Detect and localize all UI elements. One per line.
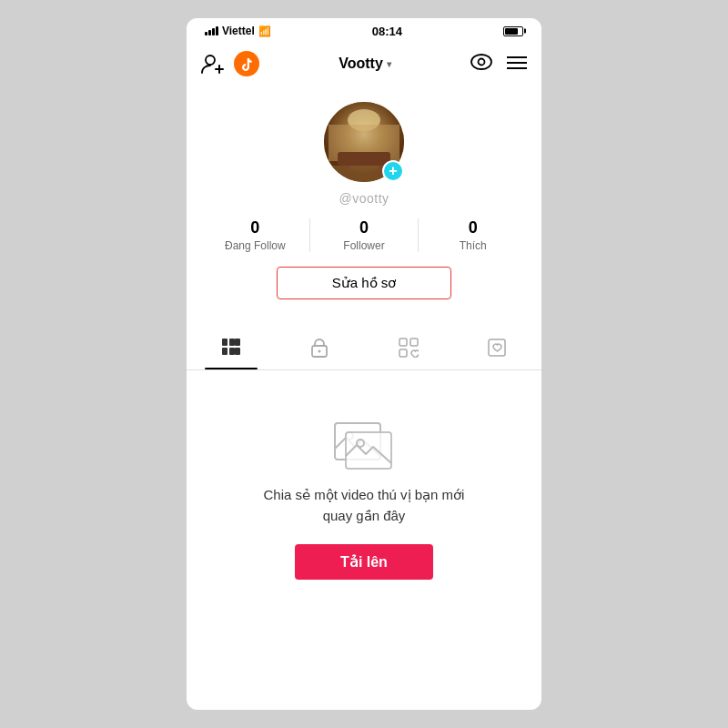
tab-locked[interactable] (276, 329, 365, 369)
tabs-row (187, 329, 541, 370)
status-time: 08:14 (372, 25, 402, 38)
profile-section: + @vootty 0 Đang Follow 0 Follower 0 Thí… (187, 84, 541, 314)
signal-bars (205, 26, 218, 35)
status-right (503, 26, 523, 36)
battery-icon (503, 26, 523, 36)
profile-username: @vootty (339, 191, 389, 206)
tiktok-logo[interactable] (234, 51, 259, 76)
svg-point-22 (318, 350, 321, 353)
svg-rect-11 (338, 152, 390, 166)
add-user-button[interactable] (201, 53, 225, 75)
followers-label: Follower (343, 239, 384, 252)
svg-rect-17 (235, 339, 240, 346)
svg-point-4 (479, 59, 485, 66)
liked-icon (399, 338, 419, 362)
svg-rect-20 (235, 348, 240, 355)
svg-point-0 (206, 56, 215, 65)
lock-icon (310, 338, 329, 362)
signal-bar-2 (208, 30, 211, 35)
nav-left (201, 51, 259, 76)
svg-rect-19 (229, 348, 235, 355)
followers-count: 0 (359, 218, 369, 238)
svg-rect-15 (222, 339, 228, 346)
grid-icon (221, 338, 241, 362)
signal-bar-3 (212, 28, 215, 35)
battery-fill (505, 28, 518, 35)
heart-icon (487, 338, 507, 362)
empty-message: Chia sẻ một video thú vị bạn mớiquay gần… (264, 485, 465, 526)
following-count: 0 (250, 218, 259, 238)
status-bar: Viettel 📶 08:14 (187, 18, 541, 44)
add-avatar-button[interactable]: + (382, 160, 404, 182)
nav-username[interactable]: Vootty ▾ (339, 56, 391, 72)
empty-image-icon (331, 416, 397, 470)
svg-rect-23 (399, 339, 407, 346)
tab-liked[interactable] (364, 329, 453, 369)
eye-icon[interactable] (470, 52, 492, 76)
phone-container: Viettel 📶 08:14 (187, 18, 541, 710)
upload-button[interactable]: Tải lên (295, 544, 433, 580)
avatar-container: + (324, 102, 404, 182)
svg-rect-18 (222, 348, 228, 355)
svg-point-3 (471, 55, 491, 69)
likes-label: Thích (460, 239, 487, 252)
stat-followers: 0 Follower (310, 218, 420, 252)
tab-favorites[interactable] (453, 329, 542, 369)
svg-rect-24 (410, 339, 418, 346)
carrier-name: Viettel (222, 25, 255, 37)
status-left: Viettel 📶 (205, 25, 271, 37)
menu-icon[interactable] (507, 52, 527, 76)
svg-rect-26 (489, 339, 505, 356)
svg-rect-25 (399, 349, 407, 357)
following-label: Đang Follow (225, 239, 286, 252)
svg-rect-16 (229, 339, 235, 346)
likes-count: 0 (469, 218, 478, 238)
top-nav: Vootty ▾ (187, 44, 541, 84)
empty-state: Chia sẻ một video thú vị bạn mớiquay gần… (187, 370, 541, 710)
stats-row: 0 Đang Follow 0 Follower 0 Thích (201, 218, 527, 252)
wifi-icon: 📶 (258, 25, 271, 37)
stat-likes: 0 Thích (419, 218, 527, 252)
username-text: Vootty (339, 56, 383, 72)
edit-profile-button[interactable]: Sửa hồ sơ (277, 267, 452, 299)
tab-videos[interactable] (187, 329, 276, 369)
chevron-down-icon: ▾ (387, 59, 391, 69)
signal-bar-4 (216, 26, 218, 35)
nav-right (470, 52, 527, 76)
signal-bar-1 (205, 32, 207, 35)
stat-following: 0 Đang Follow (201, 218, 310, 252)
